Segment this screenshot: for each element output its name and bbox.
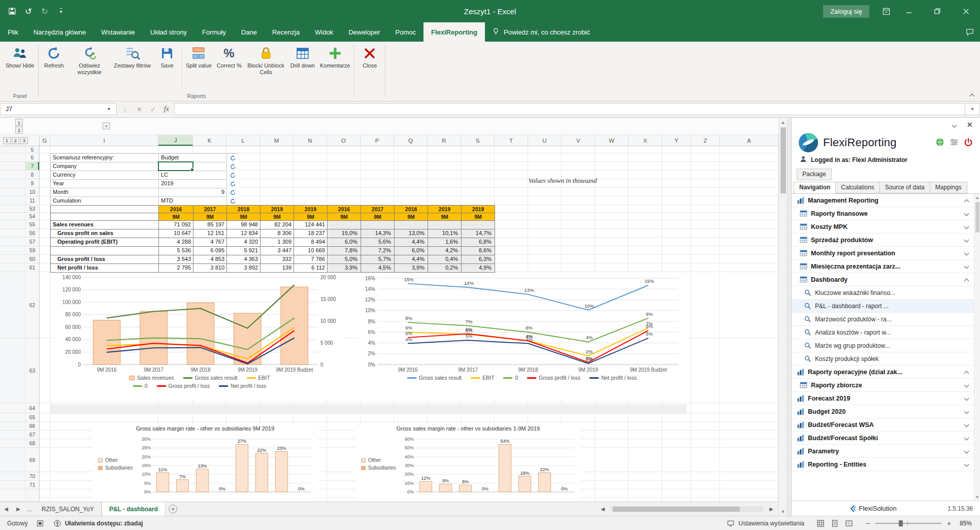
percent-cell[interactable]: 4,4% (395, 238, 428, 247)
value-cell[interactable]: 5 921 (227, 247, 260, 255)
name-box[interactable]: J7▼ (0, 103, 117, 115)
close-window-button[interactable] (952, 0, 980, 22)
row-header-54[interactable]: 54 (0, 213, 39, 220)
tree-item-raporty-zbiorcze[interactable]: Raporty zbiorcze (792, 379, 974, 392)
more-sheets-button[interactable]: ... (24, 502, 35, 516)
tab-scroll-right-icon[interactable]: ▶ (12, 502, 24, 516)
new-sheet-button[interactable]: + (166, 502, 181, 516)
page-break-view-icon[interactable] (844, 519, 854, 528)
percent-cell[interactable]: 15,0% (328, 229, 361, 238)
ribbon-tab-formuły[interactable]: Formuły (194, 22, 234, 42)
column-header-g[interactable]: G (40, 135, 50, 146)
value-cell[interactable]: 332 (260, 255, 294, 264)
chevron-down-icon[interactable] (962, 383, 971, 387)
value-cell[interactable]: 3 810 (193, 264, 227, 273)
ribbon-tab-narzędzia-główne[interactable]: Narzędzia główne (26, 22, 93, 42)
percent-cell[interactable]: 1,6% (428, 238, 462, 247)
formula-input[interactable] (174, 103, 965, 115)
pane-resize-handle[interactable] (787, 118, 791, 516)
column-header-w[interactable]: W (595, 135, 629, 146)
zoom-level[interactable]: 85% (954, 520, 980, 527)
display-settings-button[interactable]: Ustawienia wyświetlania (726, 520, 804, 527)
chevron-up-icon[interactable] (962, 198, 971, 202)
ribbon-button-correct[interactable]: %Correct % (214, 43, 244, 90)
column-header-v[interactable]: V (562, 135, 595, 146)
row-header-71[interactable]: 71 (0, 481, 39, 489)
refresh-parameter-icon[interactable] (227, 154, 238, 162)
chevron-up-icon[interactable] (962, 278, 971, 281)
percent-cell[interactable] (361, 221, 395, 229)
tree-item-koszty-mpk[interactable]: Koszty MPK (792, 220, 974, 234)
ribbon-button-block-unblock-cells[interactable]: Block/ Unblock Cells (244, 43, 288, 90)
chevron-up-icon[interactable] (962, 370, 971, 374)
value-cell[interactable]: 6 112 (294, 264, 328, 273)
percent-cell[interactable]: 6,0% (395, 247, 428, 255)
column-header-y[interactable]: Y (662, 135, 691, 146)
tree-item-analiza-kosztów-raport-w[interactable]: Analiza kosztów - raport w... (792, 326, 974, 339)
row-header-53[interactable]: 53 (0, 205, 39, 213)
percent-cell[interactable]: 7,2% (361, 247, 395, 255)
comments-icon[interactable] (960, 22, 980, 42)
tree-item-reporting-entities[interactable]: Reporting - Entities (792, 458, 974, 471)
collapse-ribbon-button[interactable] (970, 91, 974, 98)
tree-item-forecast-2019[interactable]: Forecast 2019 (792, 392, 974, 405)
value-cell[interactable]: 4 288 (159, 238, 193, 247)
row-header-10[interactable]: 10 (0, 188, 39, 196)
zoom-slider-thumb[interactable] (899, 520, 903, 526)
tree-item-management-reporting[interactable]: Management Reporting (792, 194, 974, 207)
tree-item-marżowość-produktów-ra[interactable]: Marżowość produktów - ra... (792, 313, 974, 326)
ribbon-button-show-hide[interactable]: Show/ Hide (3, 43, 37, 90)
tree-scrollbar[interactable]: ▲ ▼ (974, 194, 980, 501)
sheet-tab-rzis-salon-yoy[interactable]: RZIS_SALON_YoY (35, 502, 102, 516)
percent-cell[interactable]: 8,6% (462, 247, 495, 255)
chevron-down-icon[interactable] (962, 212, 971, 215)
pane-menu-chevron-icon[interactable] (953, 121, 956, 128)
value-cell[interactable]: 18 237 (294, 229, 328, 238)
tree-item-dashboardy[interactable]: Dashboardy (792, 273, 974, 286)
ribbon-tab-recenzja[interactable]: Recenzja (265, 22, 307, 42)
percent-cell[interactable]: 0,2% (428, 264, 462, 273)
column-header-u[interactable]: U (528, 135, 562, 146)
tree-item-budżet-forecast-spółki[interactable]: Budżet/Forecast Spółki (792, 432, 974, 445)
chevron-down-icon[interactable] (962, 462, 971, 466)
value-cell[interactable]: 5 536 (159, 247, 193, 255)
column-header-m[interactable]: M (260, 135, 293, 146)
outline-col-level-2[interactable]: 2 (15, 126, 23, 134)
tree-item-raporty-operacyjne-dział-zak[interactable]: Raporty operacyjne (dział zak... (792, 366, 974, 379)
value-cell[interactable]: 6 095 (193, 247, 227, 255)
value-cell[interactable]: 8 494 (294, 238, 328, 247)
scroll-left-icon[interactable]: ◀ (597, 506, 609, 512)
value-cell[interactable]: 10 669 (294, 247, 328, 255)
percent-cell[interactable]: 14,3% (361, 229, 395, 238)
column-header-l[interactable]: L (226, 135, 260, 146)
ribbon-tab-wstawianie[interactable]: Wstawianie (93, 22, 142, 42)
sheet-tab-p&l-dashboard[interactable]: P&L - dashboard (102, 502, 166, 516)
tree-scroll-up-icon[interactable]: ▲ (975, 194, 979, 201)
panel-tab-package[interactable]: Package (797, 169, 832, 180)
settings-icon[interactable] (950, 138, 959, 148)
tree-item-sprzedaż-produktów[interactable]: Sprzedaż produktów (792, 234, 974, 247)
column-header-r[interactable]: R (428, 135, 461, 146)
value-cell[interactable]: 3 892 (227, 264, 260, 273)
refresh-parameter-icon[interactable] (227, 162, 238, 171)
customize-quick-access-icon[interactable]: ▾ (56, 5, 66, 17)
globe-icon[interactable] (935, 138, 944, 148)
row-header-64[interactable]: 64 (0, 403, 39, 413)
outline-row-level-2[interactable]: 2 (12, 137, 19, 144)
ribbon-button-zestawy-filtrów[interactable]: Zestawy filtrów (111, 43, 153, 90)
ribbon-tab-deweloper[interactable]: Deweloper (341, 22, 387, 42)
parameter-value-cell[interactable]: MTD (159, 197, 227, 206)
accessibility-status[interactable]: Ułatwienia dostępu: zbadaj (52, 520, 143, 527)
percent-cell[interactable]: 4,4% (395, 255, 428, 264)
ribbon-tab-flexireporting[interactable]: FlexiReporting (423, 22, 485, 42)
value-cell[interactable]: 85 197 (193, 221, 227, 229)
row-header-7[interactable]: 7 (0, 162, 39, 171)
percent-cell[interactable]: 0,4% (428, 255, 462, 264)
tree-item-kluczowe-wskaźniki-finanso[interactable]: Kluczowe wskaźniki finanso... (792, 286, 974, 300)
percent-cell[interactable]: 5,0% (328, 255, 361, 264)
tree-item-parametry[interactable]: Parametry (792, 445, 974, 458)
percent-cell[interactable]: 4,2% (428, 247, 462, 255)
chevron-down-icon[interactable] (962, 251, 971, 255)
formula-bar-menu-icon[interactable]: ⋮ (122, 106, 128, 113)
vscroll-thumb[interactable] (780, 127, 786, 193)
